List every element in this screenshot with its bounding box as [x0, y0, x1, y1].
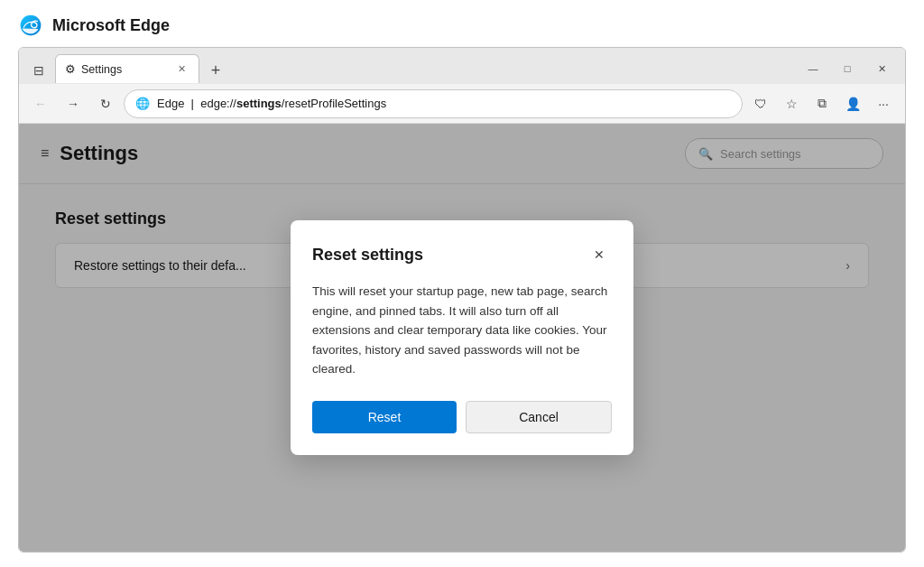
- navigation-bar: ← → ↻ 🌐 Edge | edge://settings/resetProf…: [19, 84, 905, 124]
- edge-icon: 🌐: [135, 97, 150, 110]
- modal-body-text: This will reset your startup page, new t…: [312, 282, 612, 379]
- tab-bar: ⊟ ⚙ Settings ✕ +: [26, 54, 793, 83]
- browser-window: ⊟ ⚙ Settings ✕ + — □ ✕ ← → ↻ 🌐 Edge | ed…: [18, 47, 906, 553]
- address-bar[interactable]: 🌐 Edge | edge://settings/resetProfileSet…: [124, 89, 743, 118]
- minimize-button[interactable]: —: [797, 56, 829, 81]
- favorites-button[interactable]: ☆: [777, 89, 806, 118]
- modal-header: Reset settings ✕: [312, 242, 612, 267]
- address-text: Edge | edge://settings/resetProfileSetti…: [157, 97, 731, 110]
- profile-button[interactable]: 👤: [838, 89, 867, 118]
- new-tab-button[interactable]: +: [203, 58, 228, 83]
- modal-close-button[interactable]: ✕: [587, 242, 612, 267]
- tracking-prevention-button[interactable]: 🛡: [746, 89, 775, 118]
- more-menu-button[interactable]: ···: [869, 89, 898, 118]
- browser-nav-icons: 🛡 ☆ ⧉ 👤 ···: [746, 89, 898, 118]
- tab-label: Settings: [81, 63, 168, 76]
- tab-icon: ⚙: [65, 62, 76, 76]
- reset-settings-modal: Reset settings ✕ This will reset your st…: [291, 220, 633, 455]
- sidebar-toggle-button[interactable]: ⊟: [26, 58, 51, 83]
- edge-logo-icon: [18, 13, 43, 38]
- refresh-button[interactable]: ↻: [91, 89, 120, 118]
- forward-button[interactable]: →: [59, 89, 88, 118]
- back-button[interactable]: ←: [26, 89, 55, 118]
- modal-footer: Reset Cancel: [312, 401, 612, 433]
- close-window-button[interactable]: ✕: [865, 56, 898, 81]
- tab-close-button[interactable]: ✕: [173, 61, 189, 78]
- settings-tab[interactable]: ⚙ Settings ✕: [55, 54, 199, 83]
- maximize-button[interactable]: □: [831, 56, 864, 81]
- app-title-text: Microsoft Edge: [52, 16, 170, 35]
- collections-button[interactable]: ⧉: [808, 89, 836, 118]
- window-controls: — □ ✕: [797, 56, 898, 81]
- reset-confirm-button[interactable]: Reset: [312, 401, 457, 433]
- modal-overlay: Reset settings ✕ This will reset your st…: [19, 124, 905, 552]
- cancel-button[interactable]: Cancel: [466, 401, 612, 433]
- content-area: ≡ Settings 🔍 Search settings Reset setti…: [19, 124, 905, 552]
- modal-title: Reset settings: [312, 246, 423, 265]
- title-bar: ⊟ ⚙ Settings ✕ + — □ ✕: [19, 48, 905, 84]
- app-title-bar: Microsoft Edge: [0, 0, 924, 47]
